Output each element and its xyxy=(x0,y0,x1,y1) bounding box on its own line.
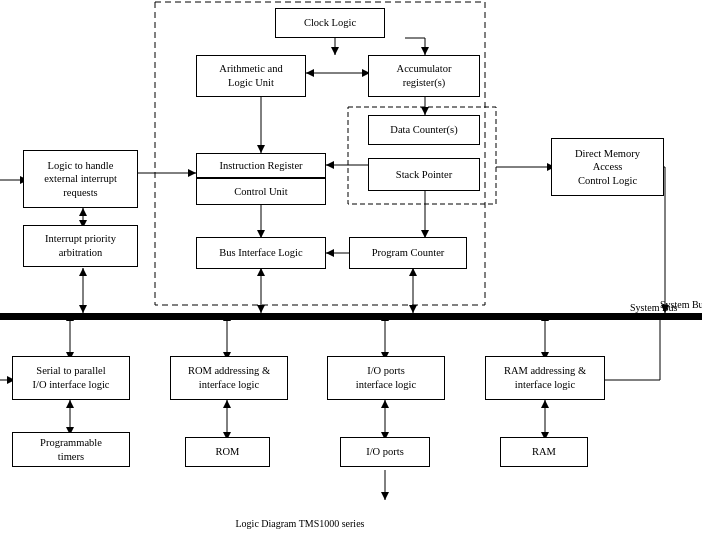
svg-marker-59 xyxy=(381,313,389,321)
ram-box: RAM xyxy=(500,437,588,467)
svg-rect-2 xyxy=(0,313,702,320)
clock-logic-box: Clock Logic xyxy=(275,8,385,38)
rom-box: ROM xyxy=(185,437,270,467)
programmable-timers-box: Programmabletimers xyxy=(12,432,130,467)
accumulator-box: Accumulatorregister(s) xyxy=(368,55,480,97)
diagram-container: System Bus xyxy=(0,0,702,539)
ram-addressing-box: RAM addressing &interface logic xyxy=(485,356,605,400)
svg-marker-32 xyxy=(188,169,196,177)
system-bus-label: System Bus xyxy=(630,302,678,313)
caption: Logic Diagram TMS1000 series xyxy=(150,518,450,529)
alu-box: Arithmetic andLogic Unit xyxy=(196,55,306,97)
svg-marker-14 xyxy=(257,145,265,153)
svg-marker-68 xyxy=(541,400,549,408)
dma-box: Direct MemoryAccessControl Logic xyxy=(551,138,664,196)
bus-interface-box: Bus Interface Logic xyxy=(196,237,326,269)
data-counters-box: Data Counter(s) xyxy=(368,115,480,145)
io-ports-box: I/O ports xyxy=(340,437,430,467)
svg-marker-7 xyxy=(421,47,429,55)
svg-marker-30 xyxy=(79,305,87,313)
svg-marker-37 xyxy=(409,305,417,313)
interrupt-logic-box: Logic to handleexternal interruptrequest… xyxy=(23,150,138,208)
svg-marker-34 xyxy=(257,305,265,313)
svg-marker-56 xyxy=(223,400,231,408)
svg-marker-73 xyxy=(381,492,389,500)
svg-marker-4 xyxy=(331,47,339,55)
svg-marker-38 xyxy=(409,268,417,276)
svg-marker-12 xyxy=(421,107,429,115)
svg-marker-48 xyxy=(66,400,74,408)
interrupt-priority-box: Interrupt priorityarbitration xyxy=(23,225,138,267)
svg-marker-35 xyxy=(257,268,265,276)
svg-marker-53 xyxy=(223,313,231,321)
instruction-register-box: Instruction Register xyxy=(196,153,326,178)
svg-marker-45 xyxy=(66,313,74,321)
svg-marker-9 xyxy=(306,69,314,77)
svg-marker-16 xyxy=(326,161,334,169)
stack-pointer-box: Stack Pointer xyxy=(368,158,480,191)
serial-parallel-box: Serial to parallelI/O interface logic xyxy=(12,356,130,400)
rom-addressing-box: ROM addressing &interface logic xyxy=(170,356,288,400)
svg-marker-26 xyxy=(79,208,87,216)
control-unit-box: Control Unit xyxy=(196,178,326,205)
program-counter-box: Program Counter xyxy=(349,237,467,269)
io-ports-interface-box: I/O portsinterface logic xyxy=(327,356,445,400)
svg-marker-29 xyxy=(79,268,87,276)
svg-marker-22 xyxy=(326,249,334,257)
svg-marker-65 xyxy=(541,313,549,321)
svg-marker-62 xyxy=(381,400,389,408)
